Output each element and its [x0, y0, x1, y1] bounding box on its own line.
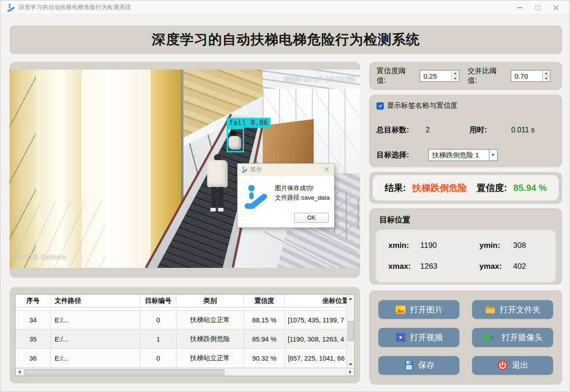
target-select-label: 目标选择:	[377, 150, 409, 160]
spin-up-button[interactable]	[452, 70, 459, 76]
table-header-row: 序号 文件路径 目标编号 类别 置信度 坐标位置	[15, 295, 346, 307]
xmax-label: xmax:	[388, 262, 420, 271]
detection-bounding-box	[227, 128, 244, 152]
window-titlebar: 深度学习的自动扶梯电梯危险行为检测系统	[0, 0, 570, 15]
image-icon	[395, 304, 406, 315]
detections-table-card: 序号 文件路径 目标编号 类别 置信度 坐标位置 34 E:/... 0 扶梯站…	[10, 287, 360, 383]
dialog-close-button[interactable]	[322, 166, 331, 174]
chevron-down-icon	[492, 154, 494, 156]
confidence-threshold-spinner	[420, 70, 459, 82]
detections-table: 序号 文件路径 目标编号 类别 置信度 坐标位置 34 E:/... 0 扶梯站…	[15, 294, 355, 376]
ymin-value: 308	[513, 241, 543, 250]
confidence-label: 置信度:	[477, 182, 507, 194]
scroll-down-button[interactable]	[347, 361, 355, 368]
elapsed-time-value: 0.011 s	[511, 126, 534, 134]
actions-card: 打开图片 打开文件夹 打开视频	[369, 290, 562, 385]
target-select-value: 扶梯跌倒危险 1	[429, 151, 489, 160]
iou-threshold-label: 交并比阈值:	[468, 66, 504, 85]
scroll-left-button[interactable]	[15, 368, 23, 376]
target-position-panel: xmin: 1190 ymin: 308 xmax: 1263 ymax: 40…	[376, 230, 556, 282]
minimize-button[interactable]	[510, 1, 529, 14]
walking-person	[206, 154, 230, 214]
vertical-scrollbar[interactable]	[346, 295, 354, 368]
table-row[interactable]: 35 E:/... 1 扶梯跌倒危险 85.94 % [1190, 308, 1…	[15, 330, 346, 349]
confidence-threshold-input[interactable]	[420, 70, 451, 81]
iou-threshold-spinner	[511, 70, 550, 82]
arrow-up-icon	[349, 297, 352, 300]
arrow-down-icon	[545, 78, 548, 80]
table-row[interactable]: 36 E:/... 0 扶梯站立正常 90.32 % [857, 225, 10…	[15, 349, 346, 368]
escalator-logo-icon	[243, 183, 269, 211]
confidence-value: 85.94 %	[514, 183, 547, 193]
save-button[interactable]: 保存	[378, 356, 459, 375]
check-icon	[378, 103, 383, 108]
total-targets-label: 总目标数:	[377, 125, 426, 135]
save-success-dialog: 提示 图片保存成功! 文件路径:save_data OK	[237, 163, 335, 228]
iou-threshold-input[interactable]	[511, 70, 542, 81]
window-title: 深度学习的自动扶梯电梯危险行为检测系统	[19, 4, 131, 11]
dialog-title: 提示	[250, 166, 261, 173]
detection-info-card: 显示标签名称与置信度 总目标数: 2 用时: 0.011 s 目标选择: 扶梯跌…	[369, 95, 562, 167]
maximize-button[interactable]	[529, 1, 547, 14]
scrollbar-thumb[interactable]	[348, 321, 354, 341]
total-targets-value: 2	[426, 126, 469, 134]
confidence-threshold-label: 置信度阈值:	[377, 66, 413, 85]
table-row[interactable]: 34 E:/... 0 扶梯站立正常 88.15 % [1075, 435, 1…	[15, 311, 346, 330]
header-banner: 深度学习的自动扶梯电梯危险行为检测系统	[10, 25, 562, 54]
ymax-label: ymax:	[479, 262, 513, 271]
show-labels-label: 显示标签名称与置信度	[387, 101, 458, 111]
arrow-down-icon	[454, 78, 457, 80]
show-labels-checkbox[interactable]	[377, 102, 384, 110]
arrow-left-icon	[18, 370, 20, 374]
xmin-value: 1190	[420, 241, 479, 250]
save-icon	[403, 360, 414, 371]
result-value: 扶梯跌倒危险	[412, 182, 467, 194]
ymin-label: ymin:	[479, 241, 513, 250]
arrow-up-icon	[545, 72, 548, 74]
open-folder-button[interactable]: 打开文件夹	[472, 300, 553, 319]
dialog-app-icon	[241, 166, 248, 173]
ymax-value: 402	[513, 262, 543, 271]
close-icon	[553, 5, 559, 10]
dialog-message: 图片保存成功! 文件路径:save_data	[275, 181, 330, 211]
ok-button[interactable]: OK	[294, 213, 329, 223]
arrow-right-icon	[349, 370, 351, 374]
app-logo-icon	[7, 4, 15, 12]
open-image-button[interactable]: 打开图片	[378, 300, 459, 319]
close-button[interactable]	[547, 1, 565, 14]
exit-button[interactable]: 退出	[472, 356, 553, 375]
detection-label: fall_0.86	[227, 118, 270, 128]
target-position-title: 目标位置	[379, 215, 556, 225]
power-icon	[497, 360, 508, 371]
camera-timestamp: 2020-12-17 10:12:55	[284, 75, 356, 83]
close-icon	[324, 167, 329, 172]
spin-up-button[interactable]	[543, 70, 550, 76]
arrow-down-icon	[349, 363, 352, 366]
dialog-titlebar: 提示	[238, 164, 334, 176]
xmax-value: 1263	[420, 262, 479, 271]
maximize-icon	[535, 5, 540, 10]
scroll-right-button[interactable]	[346, 368, 354, 376]
spin-down-button[interactable]	[452, 76, 459, 82]
camera-name-watermark: IP PTZ Camera	[16, 253, 66, 261]
scrollbar-thumb[interactable]	[24, 369, 224, 375]
camera-icon	[483, 332, 494, 343]
folder-icon	[485, 304, 496, 315]
open-camera-button[interactable]: 打开摄像头	[472, 328, 553, 347]
video-icon	[395, 332, 406, 343]
horizontal-scrollbar[interactable]	[15, 368, 354, 376]
open-video-button[interactable]: 打开视频	[378, 328, 459, 347]
page-title: 深度学习的自动扶梯电梯危险行为检测系统	[152, 30, 420, 49]
target-position-card: 目标位置 xmin: 1190 ymin: 308 xmax: 1263 yma…	[369, 208, 562, 285]
app-window: 深度学习的自动扶梯电梯危险行为检测系统 深度学习的自动扶梯电梯危险行为检测系统	[0, 0, 570, 392]
result-label: 结果:	[385, 182, 406, 194]
result-card: 结果: 扶梯跌倒危险 置信度: 85.94 %	[369, 172, 562, 204]
scroll-up-button[interactable]	[347, 295, 355, 302]
dropdown-arrow-button[interactable]	[489, 150, 497, 161]
xmin-label: xmin:	[388, 241, 420, 250]
elapsed-time-label: 用时:	[469, 125, 511, 135]
thresholds-card: 置信度阈值: 交并比阈值:	[369, 62, 562, 90]
target-select-dropdown[interactable]: 扶梯跌倒危险 1	[428, 149, 498, 161]
arrow-up-icon	[454, 72, 457, 74]
spin-down-button[interactable]	[543, 76, 550, 82]
